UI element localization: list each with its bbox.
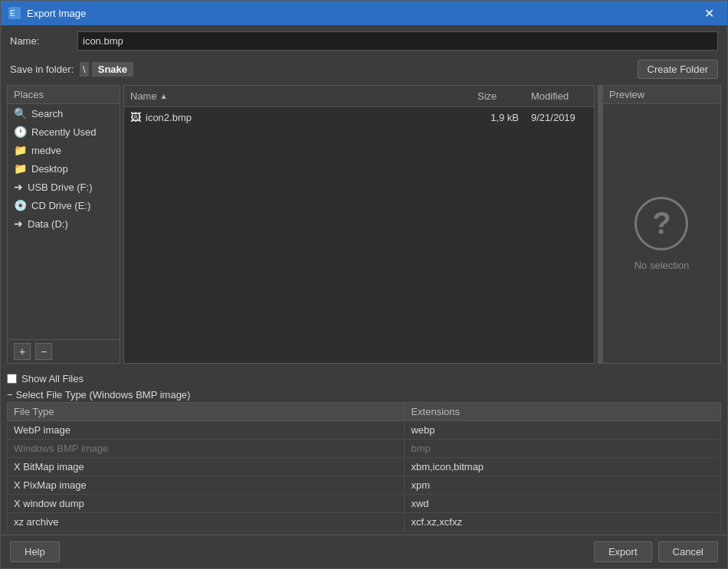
file-size-cell: 1,9 kB (471, 110, 525, 125)
place-label: Desktop (31, 163, 68, 175)
filetype-ext-cell: xpm (405, 476, 721, 495)
column-name-label: Name (130, 90, 157, 102)
bottom-area: Show All Files − Select File Type (Windo… (1, 367, 727, 535)
place-icon: 🔍 (14, 107, 27, 119)
main-area: Places 🔍Search🕐Recently Used📁medve📁Deskt… (1, 82, 727, 367)
place-icon: ➜ (14, 217, 23, 230)
dialog-footer: Help Export Cancel (1, 535, 727, 568)
file-modified-cell: 9/21/2019 (525, 110, 594, 125)
file-icon: 🖼 (130, 111, 141, 123)
place-label: Data (D:) (28, 218, 68, 230)
remove-place-button[interactable]: − (35, 343, 52, 360)
filetype-name-cell: Windows BMP image (8, 440, 405, 458)
filetype-table-body: WebP image webp Windows BMP image bmp X … (8, 421, 721, 531)
name-label: Name: (10, 35, 71, 47)
place-label: medve (31, 145, 61, 156)
filetype-ext-cell: xcf.xz,xcfxz (405, 513, 721, 531)
export-image-dialog: E Export Image ✕ Name: Save in folder: \… (0, 0, 728, 569)
place-icon: ➜ (14, 181, 23, 193)
file-list-header: Name ▲ Size Modified (124, 86, 594, 107)
filetype-row[interactable]: WebP image webp (8, 421, 721, 440)
filetype-header-label: Select File Type (Windows BMP image) (16, 389, 191, 401)
sidebar-item-recently-used[interactable]: 🕐Recently Used (8, 123, 120, 141)
file-panel: Name ▲ Size Modified 🖼 icon2.bmp 1,9 kB … (123, 85, 595, 364)
filetype-name-cell: xz archive (8, 513, 405, 531)
filetype-ext-cell: webp (405, 421, 721, 440)
close-button[interactable]: ✕ (698, 2, 720, 24)
folder-row: Save in folder: \ Snake Create Folder (1, 57, 727, 82)
preview-question-icon: ? (635, 197, 688, 250)
current-folder[interactable]: Snake (92, 62, 133, 77)
show-all-checkbox[interactable] (7, 374, 17, 384)
place-label: Recently Used (31, 126, 97, 138)
filetype-table: File Type Extensions WebP image webp Win… (7, 402, 721, 531)
question-mark: ? (652, 206, 671, 240)
filetype-ext-cell: bmp (405, 440, 721, 458)
sidebar-item-usb-drive[interactable]: ➜USB Drive (F:) (8, 178, 120, 196)
place-icon: 🕐 (14, 126, 27, 138)
filetype-col-ext: Extensions (405, 403, 721, 421)
table-row[interactable]: 🖼 icon2.bmp 1,9 kB 9/21/2019 (124, 107, 594, 127)
sidebar-item-data-drive[interactable]: ➜Data (D:) (8, 214, 120, 233)
path-separator: \ (80, 62, 89, 77)
filetype-name-cell: X BitMap image (8, 458, 405, 476)
sidebar-item-medve[interactable]: 📁medve (8, 141, 120, 159)
column-modified[interactable]: Modified (525, 89, 594, 103)
place-icon: 📁 (14, 162, 27, 175)
filetype-ext-cell: xwd (405, 495, 721, 513)
filetype-row[interactable]: X window dump xwd (8, 495, 721, 513)
svg-text:E: E (10, 9, 15, 18)
dialog-title: Export Image (27, 8, 692, 19)
filetype-name-cell: X window dump (8, 495, 405, 513)
filetype-row[interactable]: X PixMap image xpm (8, 476, 721, 495)
app-icon: E (8, 7, 21, 19)
places-footer: + − (8, 339, 120, 363)
places-panel: Places 🔍Search🕐Recently Used📁medve📁Deskt… (7, 85, 120, 364)
show-all-label[interactable]: Show All Files (21, 373, 84, 384)
file-list: 🖼 icon2.bmp 1,9 kB 9/21/2019 (124, 107, 594, 363)
filetype-table-head: File Type Extensions (8, 403, 721, 421)
place-icon: 💿 (14, 199, 27, 211)
file-name: icon2.bmp (146, 112, 192, 123)
filetype-row[interactable]: X BitMap image xbm,icon,bitmap (8, 458, 721, 476)
sidebar-item-cd-drive[interactable]: 💿CD Drive (E:) (8, 196, 120, 214)
file-name-cell: 🖼 icon2.bmp (124, 110, 471, 125)
filetype-row[interactable]: Windows BMP image bmp (8, 440, 721, 458)
place-icon: 📁 (14, 144, 27, 156)
filetype-header-row: File Type Extensions (8, 403, 721, 421)
filetype-row[interactable]: xz archive xcf.xz,xcfxz (8, 513, 721, 531)
filetype-collapse-icon: − (7, 389, 13, 401)
add-place-button[interactable]: + (14, 343, 31, 360)
save-in-folder-label: Save in folder: (10, 64, 74, 75)
filetype-collapse-row[interactable]: − Select File Type (Windows BMP image) (7, 388, 721, 402)
places-header: Places (8, 86, 120, 104)
name-row: Name: (1, 25, 727, 57)
place-label: USB Drive (F:) (28, 181, 93, 193)
name-input[interactable] (77, 31, 718, 51)
show-all-row: Show All Files (7, 370, 721, 388)
column-name[interactable]: Name ▲ (124, 89, 471, 103)
filetype-name-cell: X PixMap image (8, 476, 405, 495)
filetype-col-type: File Type (8, 403, 405, 421)
sidebar-item-search[interactable]: 🔍Search (8, 104, 120, 123)
no-selection-label: No selection (635, 260, 690, 271)
sidebar-item-desktop[interactable]: 📁Desktop (8, 159, 120, 178)
sort-arrow: ▲ (160, 92, 168, 100)
footer-right: Export Cancel (594, 541, 718, 562)
help-button[interactable]: Help (10, 541, 60, 562)
folder-left: Save in folder: \ Snake (10, 62, 133, 77)
filetype-name-cell: WebP image (8, 421, 405, 440)
preview-header: Preview (603, 86, 720, 104)
place-label: CD Drive (E:) (31, 200, 90, 211)
preview-panel: Preview ? No selection (602, 85, 721, 364)
titlebar: E Export Image ✕ (1, 1, 727, 25)
place-label: Search (31, 108, 63, 119)
places-list: 🔍Search🕐Recently Used📁medve📁Desktop➜USB … (8, 104, 120, 339)
export-button[interactable]: Export (594, 541, 652, 562)
preview-content: ? No selection (619, 104, 705, 363)
filetype-ext-cell: xbm,icon,bitmap (405, 458, 721, 476)
column-size[interactable]: Size (471, 89, 525, 103)
footer-left: Help (10, 541, 60, 562)
cancel-button[interactable]: Cancel (658, 541, 718, 562)
create-folder-button[interactable]: Create Folder (638, 60, 718, 79)
